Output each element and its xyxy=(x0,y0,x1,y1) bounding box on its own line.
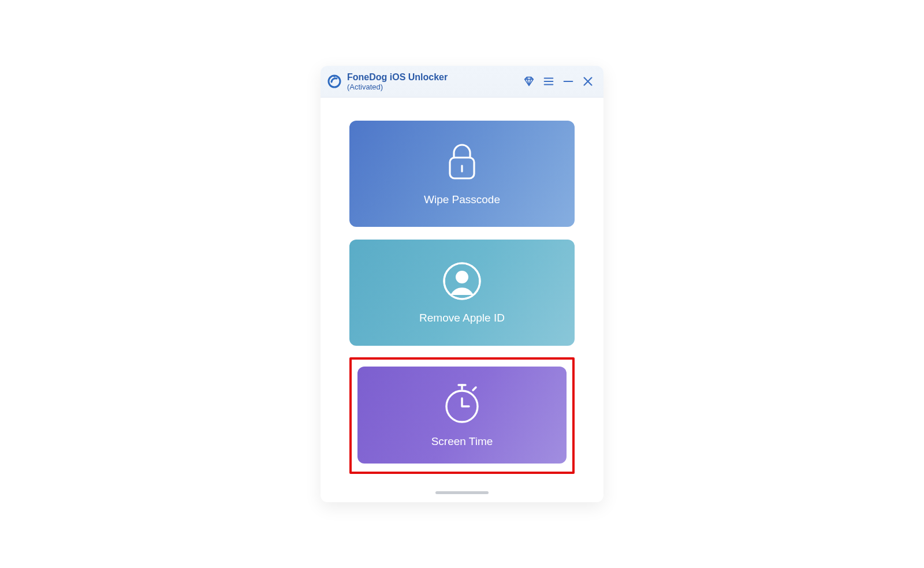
menu-icon[interactable] xyxy=(542,75,555,88)
app-status: (Activated) xyxy=(347,83,448,92)
stopwatch-icon xyxy=(442,382,482,425)
home-indicator xyxy=(435,491,489,494)
titlebar-actions xyxy=(523,75,594,88)
app-window: FoneDog iOS Unlocker (Activated) xyxy=(321,66,603,503)
svg-point-1 xyxy=(333,75,336,77)
minimize-icon[interactable] xyxy=(562,75,575,88)
lock-icon xyxy=(443,141,481,183)
remove-apple-id-label: Remove Apple ID xyxy=(419,312,505,324)
app-logo-icon xyxy=(327,74,341,88)
app-title: FoneDog iOS Unlocker xyxy=(347,72,448,83)
remove-apple-id-card[interactable]: Remove Apple ID xyxy=(349,240,575,346)
svg-line-9 xyxy=(473,387,476,390)
main-content: Wipe Passcode Remove Apple ID Scre xyxy=(321,98,603,491)
diamond-icon[interactable] xyxy=(523,75,535,88)
titlebar: FoneDog iOS Unlocker (Activated) xyxy=(321,66,603,98)
wipe-passcode-card[interactable]: Wipe Passcode xyxy=(349,121,575,227)
svg-point-0 xyxy=(329,76,340,87)
screen-time-highlight: Screen Time xyxy=(349,357,575,474)
screen-time-label: Screen Time xyxy=(431,435,493,448)
close-icon[interactable] xyxy=(582,75,594,88)
wipe-passcode-label: Wipe Passcode xyxy=(424,193,500,206)
person-circle-icon xyxy=(442,261,482,301)
svg-point-5 xyxy=(456,271,468,283)
screen-time-card[interactable]: Screen Time xyxy=(357,367,567,464)
title-text-group: FoneDog iOS Unlocker (Activated) xyxy=(347,72,448,92)
